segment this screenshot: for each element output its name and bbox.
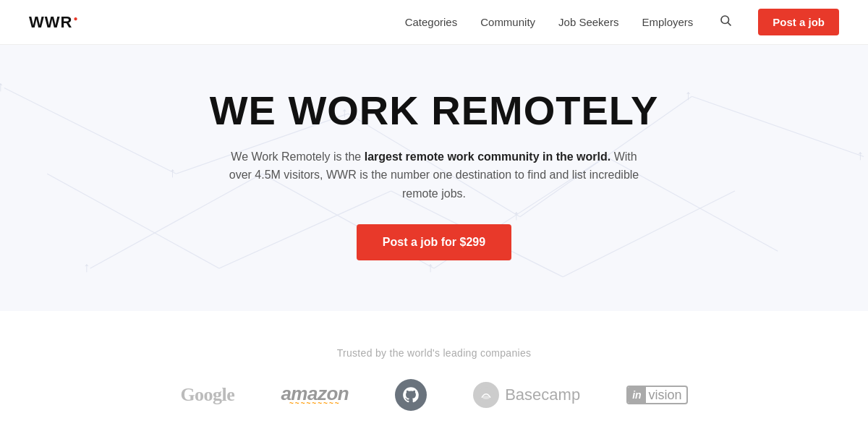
post-job-button[interactable]: Post a job (758, 9, 839, 35)
hero-subtitle: We Work Remotely is the largest remote w… (224, 148, 644, 203)
svg-point-23 (478, 388, 494, 404)
logos-row: Google amazon ~~~~~~~~~ Basecamp (29, 379, 839, 411)
logo[interactable]: WWR● (29, 13, 72, 32)
trusted-label: Trusted by the world's leading companies (29, 347, 839, 359)
header: WWR● Categories Community Job Seekers Em… (0, 0, 868, 45)
trusted-section: Trusted by the world's leading companies… (0, 311, 868, 433)
google-logo: Google (180, 384, 234, 406)
hero-section: ↑ ↑ ↑ ↑ ↑ ↑ ↑ ↑ WE WORK REMOTELY We Work… (0, 45, 868, 311)
nav-employers[interactable]: Employers (642, 16, 693, 28)
nav-community[interactable]: Community (480, 16, 535, 28)
subtitle-bold: largest remote work community in the wor… (365, 150, 611, 163)
hero-content: WE WORK REMOTELY We Work Remotely is the… (29, 88, 839, 260)
basecamp-logo: Basecamp (473, 382, 580, 408)
svg-text:↑: ↑ (0, 79, 4, 94)
svg-point-0 (721, 16, 729, 24)
amazon-logo: amazon ~~~~~~~~~ (281, 383, 349, 407)
search-button[interactable] (716, 11, 735, 33)
svg-text:↑: ↑ (857, 148, 864, 163)
invision-logo: invision (626, 386, 687, 404)
svg-text:↑: ↑ (83, 260, 90, 275)
hero-title: WE WORK REMOTELY (29, 88, 839, 133)
github-logo (395, 379, 427, 411)
search-icon (719, 14, 732, 27)
nav-categories[interactable]: Categories (405, 16, 458, 28)
nav-job-seekers[interactable]: Job Seekers (558, 16, 618, 28)
svg-line-1 (728, 22, 731, 25)
main-nav: Categories Community Job Seekers Employe… (405, 9, 839, 35)
svg-text:↑: ↑ (427, 260, 434, 275)
subtitle-prefix: We Work Remotely is the (231, 150, 364, 163)
svg-point-24 (482, 396, 490, 400)
hero-cta-button[interactable]: Post a job for $299 (357, 224, 511, 260)
